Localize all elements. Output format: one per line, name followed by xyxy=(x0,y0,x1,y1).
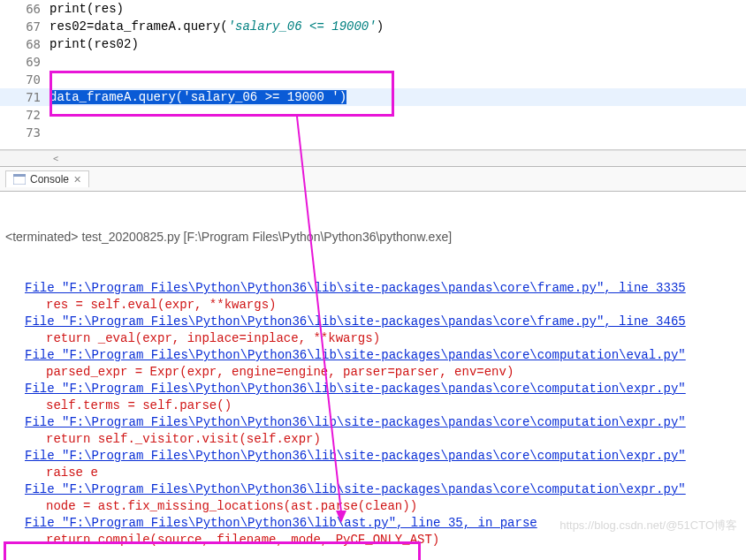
code-content[interactable] xyxy=(49,71,746,88)
traceback-code: return compile(source, filename, mode, P… xyxy=(4,532,742,549)
editor-horizontal-scrollbar[interactable]: < xyxy=(0,150,746,166)
line-number: 68 xyxy=(0,35,49,53)
code-content[interactable]: print(res02) xyxy=(49,35,746,53)
code-line[interactable]: 72 xyxy=(0,106,746,124)
code-content[interactable]: res02=data_frameA.query('salary_06 <= 19… xyxy=(49,18,746,35)
console-tabbar: Console ✕ xyxy=(0,167,746,192)
traceback-link[interactable]: File "F:\Program Files\Python\Python36\l… xyxy=(4,414,742,431)
traceback-link[interactable]: File "F:\Program Files\Python\Python36\l… xyxy=(4,347,742,364)
line-number: 67 xyxy=(0,18,49,35)
code-line[interactable]: 70 xyxy=(0,71,746,88)
code-line[interactable]: 68print(res02) xyxy=(0,35,746,53)
code-content[interactable] xyxy=(49,53,746,71)
code-content[interactable]: print(res) xyxy=(49,0,746,18)
code-content[interactable] xyxy=(49,124,746,141)
line-number: 72 xyxy=(0,106,49,124)
traceback-link[interactable]: File "F:\Program Files\Python\Python36\l… xyxy=(4,448,742,465)
traceback-link[interactable]: File "F:\Program Files\Python\Python36\l… xyxy=(4,280,742,297)
line-number: 71 xyxy=(0,88,49,106)
console-output[interactable]: <terminated> test_20200825.py [F:\Progra… xyxy=(0,192,746,560)
close-icon[interactable]: ✕ xyxy=(73,174,81,185)
traceback-code: return _eval(expr, inplace=inplace, **kw… xyxy=(4,330,742,347)
console-icon xyxy=(13,174,26,185)
traceback-link[interactable]: File "F:\Program Files\Python\Python36\l… xyxy=(4,515,742,532)
line-number: 73 xyxy=(0,124,49,141)
traceback-link[interactable]: File "F:\Program Files\Python\Python36\l… xyxy=(4,481,742,498)
line-number: 66 xyxy=(0,0,49,18)
traceback-code: raise e xyxy=(4,465,742,481)
code-line[interactable]: 67res02=data_frameA.query('salary_06 <= … xyxy=(0,18,746,35)
traceback-code: res = self.eval(expr, **kwargs) xyxy=(4,297,742,314)
traceback-link[interactable]: File "F:\Program Files\Python\Python36\l… xyxy=(4,314,742,330)
line-number: 69 xyxy=(0,53,49,71)
svg-rect-1 xyxy=(13,174,26,177)
code-content[interactable]: data_frameA.query('salary_06 >= 19000 ') xyxy=(49,88,746,106)
traceback-code: return self._visitor.visit(self.expr) xyxy=(4,431,742,448)
line-number: 70 xyxy=(0,71,49,88)
traceback-code: self.terms = self.parse() xyxy=(4,397,742,414)
tab-console[interactable]: Console ✕ xyxy=(5,170,89,187)
code-line[interactable]: 73 xyxy=(0,124,746,141)
code-line[interactable]: 69 xyxy=(0,53,746,71)
traceback-code: parsed_expr = Expr(expr, engine=engine, … xyxy=(4,364,742,381)
console-tab-label: Console xyxy=(30,173,69,185)
code-content[interactable] xyxy=(49,106,746,124)
code-line[interactable]: 66print(res) xyxy=(0,0,746,18)
console-panel: Console ✕ <terminated> test_20200825.py … xyxy=(0,166,746,560)
traceback-link[interactable]: File "F:\Program Files\Python\Python36\l… xyxy=(4,381,742,397)
code-line[interactable]: 71data_frameA.query('salary_06 >= 19000 … xyxy=(0,88,746,106)
code-editor[interactable]: 66print(res)67res02=data_frameA.query('s… xyxy=(0,0,746,150)
scroll-left-icon[interactable]: < xyxy=(53,154,58,163)
traceback-code: node = ast.fix_missing_locations(ast.par… xyxy=(4,498,742,515)
terminated-label: <terminated> test_20200825.py [F:\Progra… xyxy=(4,229,742,246)
